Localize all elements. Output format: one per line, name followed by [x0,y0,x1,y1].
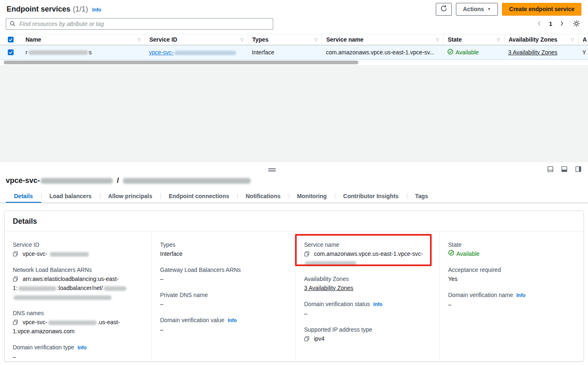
service-id-link[interactable]: vpce-svc- [149,49,237,56]
layout-split-panel-button[interactable] [561,166,567,173]
tab-endpoint-connections[interactable]: Endpoint connections [160,189,237,203]
column-header-service-name[interactable]: Service name ▽ [322,34,443,45]
field-service-id: Service ID vpce-svc- [13,241,143,258]
domain-verification-status-info-link[interactable]: Info [373,302,382,307]
domain-verification-value-info-link[interactable]: Info [228,318,237,323]
gear-icon [572,19,581,29]
domain-verification-name-value: – [448,300,575,309]
page-title: Endpoint services [7,5,70,14]
state-detail-label: State [448,241,575,249]
page-count: (1/1) [73,5,88,14]
column-header-types-label: Types [252,36,268,43]
layout-bottom-panel-button[interactable] [547,166,553,173]
field-service-name: Service name com.amazonaws.vpce.us-east-… [304,241,431,267]
nlb-arns-label: Network Load Balancers ARNs [13,266,143,274]
panel-split-icon [561,166,567,173]
availability-zones-label: Availability Zones [304,275,431,283]
table-settings-button[interactable] [572,19,581,30]
supported-ip-type-label: Supported IP address type [304,325,431,334]
field-supported-ip-type: Supported IP address type ipv4 [304,325,431,343]
service-name-value: com.amazonaws.vpce.us-east-1.vpce-sv... [326,49,435,56]
pagination-current-page[interactable]: 1 [549,21,552,27]
chevron-right-icon [560,21,564,28]
chevron-down-icon: ▼ [487,7,491,11]
redacted-service-id-detail [50,252,89,257]
availability-zones-link[interactable]: 3 Availability Zones [508,49,558,56]
column-header-acceptance-label: A [583,36,587,43]
tab-monitoring[interactable]: Monitoring [289,189,335,203]
filter-icon[interactable]: ▽ [240,37,244,42]
copy-icon[interactable] [304,251,309,257]
filter-icon[interactable]: ▽ [571,37,574,42]
split-drag-handle[interactable] [268,168,276,171]
domain-verification-name-info-link[interactable]: Info [516,292,525,298]
dns-line2: 1.vpce.amazonaws.com [13,327,143,336]
column-header-service-id[interactable]: Service ID ▽ [145,34,248,45]
check-circle-icon [448,249,454,258]
availability-zones-detail-link[interactable]: 3 Availability Zones [304,285,353,291]
redacted-account-id [19,286,56,291]
copy-icon[interactable] [304,336,309,342]
filter-icon[interactable]: ▽ [436,37,439,42]
column-header-availability-zones-label: Availability Zones [509,36,558,43]
tab-details[interactable]: Details [6,189,41,203]
redacted-lb-id [14,295,112,300]
details-column-1: Service ID vpce-svc- Network Load Balanc… [5,232,151,360]
dns-line1-post: .us-east- [98,319,120,325]
pagination-next-button[interactable] [559,20,565,28]
column-header-state[interactable]: State ▽ [443,34,504,45]
column-header-name-label: Name [26,36,41,43]
panel-bottom-icon [547,166,553,173]
column-header-name[interactable]: Name ▽ [21,34,145,45]
horizontal-scrollbar [0,60,588,65]
search-input[interactable] [6,18,273,30]
copy-icon[interactable] [13,276,18,282]
state-detail-value: Available [456,249,480,258]
empty-background-region [0,65,588,162]
table-row[interactable]: r s vpce-svc- Interface com.amazonaws.vp… [0,45,588,60]
tab-tags[interactable]: Tags [407,189,437,203]
column-header-availability-zones[interactable]: Availability Zones ▽ [504,34,578,45]
tab-load-balancers-label: Load balancers [49,193,92,199]
filter-icon[interactable]: ▽ [137,37,141,42]
column-header-types[interactable]: Types ▽ [248,34,322,45]
tab-details-label: Details [14,193,33,199]
gateway-lb-arns-label: Gateway Load Balancers ARNs [160,266,287,274]
layout-side-panel-button[interactable] [575,166,581,173]
domain-verification-name-label: Domain verification name [448,292,513,298]
create-endpoint-service-button[interactable]: Create endpoint service [502,3,581,16]
copy-icon[interactable] [13,320,18,325]
split-bar [0,162,588,176]
field-domain-verification-type: Domain verification typeInfo – [13,343,143,361]
tab-allow-principals[interactable]: Allow principals [100,189,160,203]
cell-types: Interface [248,49,322,56]
row-checkbox[interactable] [8,49,14,55]
field-domain-verification-value: Domain verification valueInfo – [160,316,287,334]
tab-notifications-label: Notifications [246,193,281,199]
pagination-previous-button[interactable] [536,20,542,28]
cell-service-id: vpce-svc- [145,49,248,56]
tab-notifications[interactable]: Notifications [237,189,289,203]
detail-tabs: Details Load balancers Allow principals … [0,189,588,203]
tab-tags-label: Tags [415,193,428,199]
service-id-label: Service ID [13,241,143,249]
tab-contributor-insights-label: Contributor Insights [343,193,399,199]
column-header-acceptance[interactable]: A [578,34,588,45]
field-gateway-lb-arns: Gateway Load Balancers ARNs – [160,266,287,283]
toolbar-actions: Actions ▼ Create endpoint service [436,3,581,16]
copy-icon[interactable] [13,251,18,257]
refresh-icon [440,5,447,13]
refresh-button[interactable] [436,3,452,16]
select-all-checkbox[interactable] [8,37,14,42]
field-domain-verification-status: Domain verification statusInfo – [304,300,431,318]
column-header-service-name-label: Service name [326,36,363,43]
filter-icon[interactable]: ▽ [314,37,318,42]
tab-contributor-insights[interactable]: Contributor Insights [335,189,407,203]
actions-dropdown-button[interactable]: Actions ▼ [456,3,498,16]
horizontal-scrollbar-thumb[interactable] [4,61,358,64]
title-info-link[interactable]: Info [92,7,101,13]
domain-verification-type-info-link[interactable]: Info [77,345,86,351]
chevron-left-icon [537,21,542,28]
tab-load-balancers[interactable]: Load balancers [41,189,100,203]
filter-icon[interactable]: ▽ [497,37,500,42]
